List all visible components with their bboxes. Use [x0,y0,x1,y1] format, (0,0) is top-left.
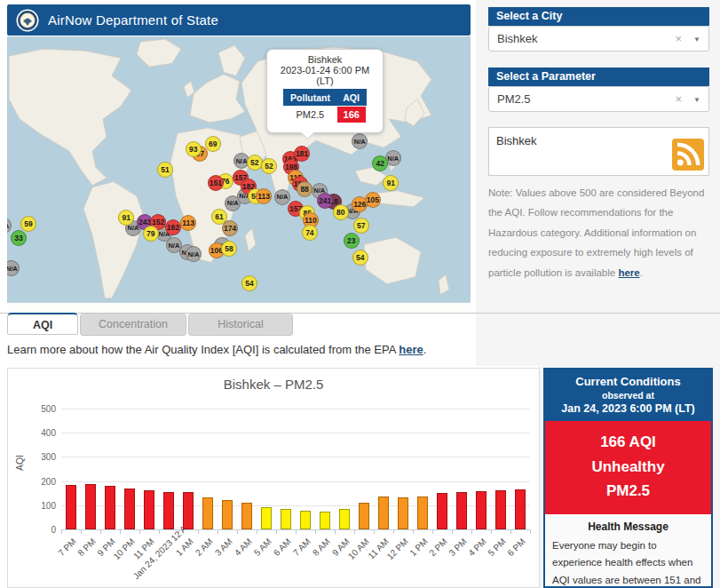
x-axis-tick [61,530,62,534]
chart-bar[interactable] [378,497,389,529]
y-axis-title: AQI [14,455,25,471]
aqi-marker[interactable]: 93 [186,141,202,157]
parameter-clear-icon[interactable]: × [675,87,682,111]
aqi-marker[interactable]: 88 [297,181,313,197]
chart-bar[interactable] [339,509,350,529]
app-header: AirNow Department of State [7,4,471,36]
aqi-marker[interactable]: N/A [352,133,368,149]
tab-historical[interactable]: Historical [188,314,293,336]
aqi-marker[interactable]: 174 [222,220,238,236]
aqi-marker[interactable]: 80 [333,204,349,220]
chart-bar[interactable] [241,503,252,529]
aqi-marker[interactable]: 151 [208,175,224,191]
world-map[interactable]: N/AN/AN/AN/AN/AN/AN/AN/AN/AN/AN/AN/AN/AN… [7,36,471,311]
learn-more-here-link[interactable]: here [399,343,423,356]
x-axis-tick [198,530,199,534]
aqi-marker[interactable]: N/A [186,246,202,262]
x-axis-tick [510,530,511,534]
rss-city-label: Bishkek [496,134,537,147]
parameter-select[interactable]: PM2.5 × ▼ [488,86,709,112]
chart-bar[interactable] [85,484,96,529]
chart-bar[interactable] [261,507,272,529]
current-conditions-panel: Current Conditions observed at Jan 24, 2… [543,368,713,588]
aqi-marker[interactable]: 42 [372,155,388,171]
learn-more-after: . [423,343,427,356]
chart-bar[interactable] [437,493,447,529]
x-axis-tick [159,530,160,534]
chart-title: Bishkek – PM2.5 [8,377,539,392]
x-axis-tick [335,530,336,534]
aqi-marker[interactable]: 91 [383,175,399,191]
aqi-marker[interactable]: 57 [353,218,369,234]
chart-bar[interactable] [66,485,76,529]
chart-bar[interactable] [456,492,467,529]
city-select[interactable]: Bishkek × ▼ [488,26,709,52]
x-axis-tick [81,530,82,534]
chart-bar[interactable] [281,509,291,529]
chart-bar[interactable] [105,486,115,529]
aqi-marker[interactable]: 69 [205,136,221,152]
aqi-marker[interactable]: N/A [274,189,290,205]
aqi-marker[interactable]: 51 [157,162,173,178]
aqi-marker[interactable]: 79 [143,226,159,242]
aqi-marker[interactable]: 113 [256,188,272,204]
gridline [61,481,530,482]
rss-icon[interactable] [672,139,704,171]
chart-bar[interactable] [222,500,233,529]
aqi-marker[interactable]: 54 [352,250,368,266]
bar-chart-plot: 01002003004005007 PM8 PM9 PM10 PM11 PMJa… [61,409,530,530]
city-caret-icon[interactable]: ▼ [693,28,700,52]
aqi-marker[interactable]: 54 [241,275,257,291]
aqi-marker[interactable]: 58 [221,241,237,257]
cc-observed-at: observed at [549,390,708,401]
chart-bar[interactable] [515,489,526,529]
learn-more-before: Learn more about how the Air Quality Ind… [7,343,399,356]
popup-col-aqi: AQI [336,90,366,107]
learn-more-text: Learn more about how the Air Quality Ind… [7,343,426,356]
chart-bar[interactable] [398,497,408,529]
aqi-note-text: Note: Values above 500 are considered Be… [488,183,712,282]
city-clear-icon[interactable]: × [675,27,682,51]
dos-seal-logo [16,9,39,32]
aqi-marker[interactable]: 91 [118,210,134,226]
chart-bar[interactable] [202,497,213,529]
aqi-marker[interactable]: 241 [317,193,333,209]
aqi-marker[interactable]: 74 [302,225,318,241]
chart-bar[interactable] [495,490,506,529]
x-axis-tick [139,530,140,534]
popup-timezone: (LT) [267,75,383,86]
aqi-marker[interactable]: 113 [180,215,196,231]
aqi-marker[interactable]: 59 [20,216,36,232]
x-axis-tick [413,530,414,534]
aqi-marker[interactable]: 52 [261,158,277,174]
page-title: AirNow Department of State [48,12,218,28]
chart-bar[interactable] [183,492,194,529]
aqi-marker[interactable]: 126 [352,196,368,212]
chart-bar[interactable] [144,490,154,529]
chart-bar[interactable] [359,503,369,529]
tab-concentration[interactable]: Concentration [80,314,186,336]
aqi-marker[interactable]: 162 [165,219,181,235]
note-here-link[interactable]: here [618,267,639,278]
chart-bar[interactable] [300,511,311,529]
chart-bar[interactable] [417,497,428,529]
tab-aqi[interactable]: AQI [7,313,78,335]
x-axis-tick [530,530,531,534]
chart-bar[interactable] [320,512,330,529]
chart-bar[interactable] [124,489,135,530]
popup-pollutant-value: PM2.5 [284,107,336,123]
aqi-marker[interactable]: 23 [344,233,360,249]
y-axis-tick-label: 400 [26,428,56,438]
x-axis-tick [276,530,277,534]
select-city-header: Select a City [488,7,709,26]
x-axis-tick [257,530,257,534]
aqi-marker[interactable]: 33 [11,230,27,246]
parameter-caret-icon[interactable]: ▼ [693,88,700,112]
x-axis-tick [218,530,218,534]
cc-pollutant: PM2.5 [545,479,711,504]
x-axis-tick [120,530,121,534]
gridline [61,457,530,457]
chart-bar[interactable] [163,492,174,529]
chart-bar[interactable] [476,491,487,529]
aqi-marker[interactable]: 181 [294,146,310,162]
